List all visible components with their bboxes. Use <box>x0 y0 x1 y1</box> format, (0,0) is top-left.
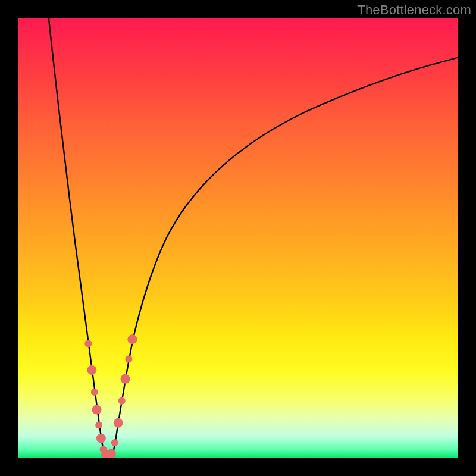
highlight-dot <box>87 365 96 375</box>
highlight-dot <box>125 356 132 363</box>
highlight-dot <box>92 405 101 415</box>
highlight-dot <box>96 434 106 443</box>
plot-area <box>18 18 458 458</box>
curve-right-branch <box>112 58 458 456</box>
chart-frame: TheBottleneck.com <box>0 0 476 476</box>
highlight-dot <box>91 389 98 396</box>
highlight-dot <box>114 418 123 428</box>
highlight-dot <box>107 449 116 458</box>
highlight-dot <box>95 422 102 429</box>
watermark-text: TheBottleneck.com <box>357 2 471 18</box>
highlight-dot <box>121 374 130 384</box>
curve-layer <box>18 18 458 458</box>
highlight-markers <box>84 334 137 458</box>
highlight-dot <box>118 397 126 405</box>
highlight-dot <box>127 334 137 344</box>
highlight-dot <box>84 340 92 347</box>
highlight-dot <box>111 439 118 446</box>
